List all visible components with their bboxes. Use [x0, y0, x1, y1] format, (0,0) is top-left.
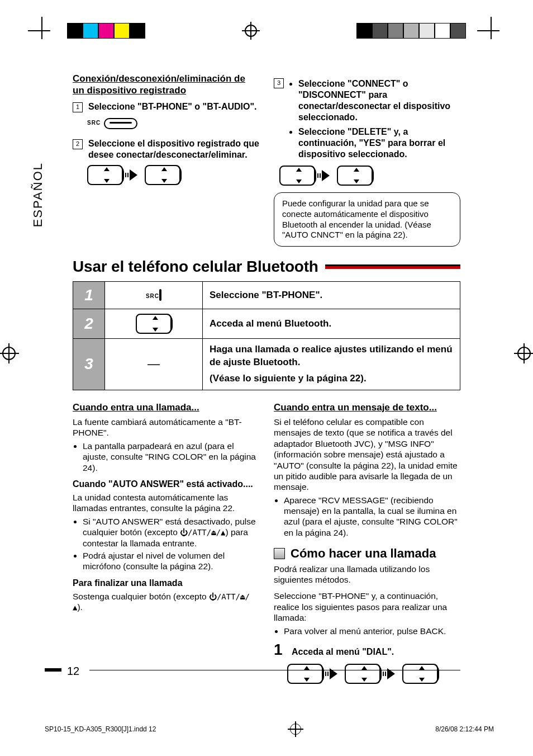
- bold-subheading: Para finalizar una llamada: [73, 578, 259, 589]
- table-row: 1 SRC Seleccione "BT-PHONE".: [73, 282, 460, 309]
- list-item: Aparece "RCV MESSAGE" (recibiendo mensaj…: [284, 495, 460, 538]
- registration-target-icon: [290, 724, 301, 735]
- imprint-date: 8/26/08 2:12:44 PM: [435, 725, 494, 733]
- colorbar-left: [67, 23, 145, 39]
- colorbar-right: [356, 23, 466, 39]
- step-row: 1 Seleccione "BT-PHONE" o "BT-AUDIO".: [73, 101, 259, 112]
- step-row: 2 Seleccione el dispositivo registrado q…: [73, 138, 259, 160]
- src-label: SRC: [146, 293, 159, 299]
- control-sequence: [279, 166, 460, 186]
- paragraph: La fuente cambiará automáticamente a "BT…: [73, 417, 259, 438]
- table-instruction: Acceda al menú Bluetooth.: [203, 309, 460, 339]
- control-knob-icon: [279, 166, 315, 186]
- numbered-step: 1 Acceda al menú "DIAL".: [274, 640, 460, 659]
- bold-subheading: Cuando "AUTO ANSWER" está activado....: [73, 479, 259, 490]
- lower-columns: Cuando entra una llamada... La fuente ca…: [73, 398, 460, 684]
- control-sequence: [87, 165, 259, 185]
- table-step-number: 3: [73, 339, 105, 390]
- control-knob-icon: [402, 664, 438, 684]
- cropmark-icon: [34, 22, 50, 39]
- note-box: Puede configurar la unidad para que se c…: [274, 192, 460, 247]
- registration-target-icon: [245, 25, 257, 37]
- table-step-number: 1: [73, 282, 105, 309]
- page-footer-rule: [45, 669, 460, 671]
- table-step-number: 2: [73, 309, 105, 339]
- upper-left-col: Conexión/desconexión/eliminación de un d…: [73, 73, 259, 247]
- content-area: ESPAÑOL Conexión/desconexión/eliminación…: [73, 73, 460, 700]
- paragraph-head: Sostenga cualquier botón (excepto: [73, 592, 209, 601]
- cropmark-icon: [483, 22, 499, 39]
- square-heading-text: Cómo hacer una llamada: [291, 546, 436, 561]
- boxed-step-number: 2: [73, 139, 83, 149]
- table-control-cell: SRC: [105, 282, 203, 309]
- boxed-step-number: 3: [274, 78, 284, 88]
- list-item: La pantalla parpadeará en azul (para el …: [83, 441, 259, 473]
- control-knob-icon: [87, 165, 123, 185]
- paragraph-tail: ).: [77, 602, 82, 612]
- table-instruction: Haga una llamada o realice ajustes utili…: [203, 339, 460, 390]
- step-row: 3 Seleccione "CONNECT" o "DISCONNECT" pa…: [274, 77, 460, 161]
- lower-right-col: Cuando entra un mensaje de texto... Si e…: [274, 398, 460, 684]
- paragraph: Podrá realizar una llamada utilizando lo…: [274, 564, 460, 585]
- control-knob-icon: [345, 664, 380, 684]
- language-tab: ESPAÑOL: [31, 162, 45, 227]
- arrow-right-icon: [130, 169, 137, 181]
- step-text: Seleccione el dispositivo registrado que…: [88, 138, 259, 160]
- registration-target-icon: [517, 347, 531, 360]
- section-title-text: Usar el teléfono celular Bluetooth: [73, 258, 318, 276]
- subheading: Cuando entra un mensaje de texto...: [274, 401, 460, 413]
- paragraph: La unidad contesta automáticamente las l…: [73, 492, 259, 514]
- arrow-right-icon: [322, 170, 330, 181]
- paragraph: Seleccione "BT-PHONE" y, a continuación,…: [274, 590, 460, 623]
- src-button-graphic: SRC: [87, 118, 137, 129]
- step-bullet: Seleccione "DELETE" y, a continuación, "…: [298, 126, 460, 160]
- registration-target-icon: [2, 347, 16, 360]
- print-marks-top: [0, 22, 533, 39]
- square-bullet-icon: [274, 548, 285, 559]
- imprint-file: SP10-15_KD-A305_R300[J]1.indd 12: [45, 725, 156, 733]
- control-sequence: [287, 664, 460, 684]
- lower-left-col: Cuando entra una llamada... La fuente ca…: [73, 398, 259, 684]
- control-knob-icon: [136, 314, 172, 334]
- title-rule: [325, 264, 460, 269]
- subheading: Cuando entra una llamada...: [73, 401, 259, 413]
- src-label: SRC: [87, 120, 101, 127]
- page-number: 12: [67, 665, 79, 678]
- upper-right-col: 3 Seleccione "CONNECT" o "DISCONNECT" pa…: [274, 73, 460, 247]
- page: ESPAÑOL Conexión/desconexión/eliminación…: [0, 0, 533, 756]
- table-control-cell: [105, 309, 203, 339]
- imprint-line: SP10-15_KD-A305_R300[J]1.indd 12 8/26/08…: [45, 724, 494, 735]
- square-heading: Cómo hacer una llamada: [274, 546, 460, 561]
- upper-left-heading: Conexión/desconexión/eliminación de un d…: [73, 73, 259, 97]
- list-item: Si "AUTO ANSWER" está desactivado, pulse…: [83, 516, 259, 549]
- upper-columns: Conexión/desconexión/eliminación de un d…: [73, 73, 460, 247]
- table-instruction-line: Haga una llamada o realice ajustes utili…: [210, 343, 453, 369]
- button-pill-icon: [104, 118, 137, 129]
- table-instruction: Seleccione "BT-PHONE".: [203, 282, 460, 309]
- table-control-cell: —: [105, 339, 203, 390]
- control-knob-icon: [287, 664, 323, 684]
- boxed-step-number: 1: [73, 102, 83, 112]
- table-instruction-line: (Véase lo siguiente y la página 22).: [210, 372, 453, 385]
- control-knob-icon: [145, 165, 180, 185]
- step-bullet: Seleccione "CONNECT" o "DISCONNECT" para…: [298, 78, 460, 123]
- control-knob-icon: [337, 166, 373, 186]
- section-title: Usar el teléfono celular Bluetooth: [73, 258, 460, 276]
- paragraph: Sostenga cualquier botón (excepto ⏻/ATT/…: [73, 591, 259, 613]
- list-item: Podrá ajustar el nivel de volumen del mi…: [83, 550, 259, 572]
- step-text: Acceda al menú "DIAL".: [292, 646, 394, 658]
- steps-table: 1 SRC Seleccione "BT-PHONE". 2 Acceda al…: [73, 281, 460, 390]
- button-glyph: ⏻/ATT/⏏/▲: [180, 528, 225, 537]
- table-row: 2 Acceda al menú Bluetooth.: [73, 309, 460, 339]
- paragraph: Si el teléfono celular es compatible con…: [274, 417, 460, 493]
- table-row: 3 — Haga una llamada o realice ajustes u…: [73, 339, 460, 390]
- step-number: 1: [274, 640, 287, 659]
- step-text: Seleccione "BT-PHONE" o "BT-AUDIO".: [88, 101, 257, 112]
- list-item: Para volver al menú anterior, pulse BACK…: [284, 626, 460, 636]
- button-pill-icon: [159, 289, 161, 301]
